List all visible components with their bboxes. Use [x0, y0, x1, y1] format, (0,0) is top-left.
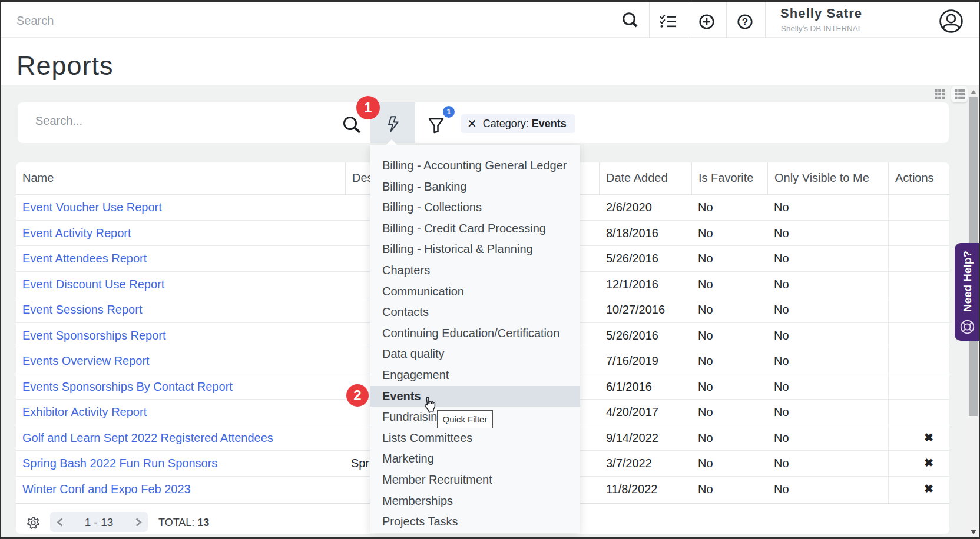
svg-text:?: ? — [742, 16, 748, 28]
